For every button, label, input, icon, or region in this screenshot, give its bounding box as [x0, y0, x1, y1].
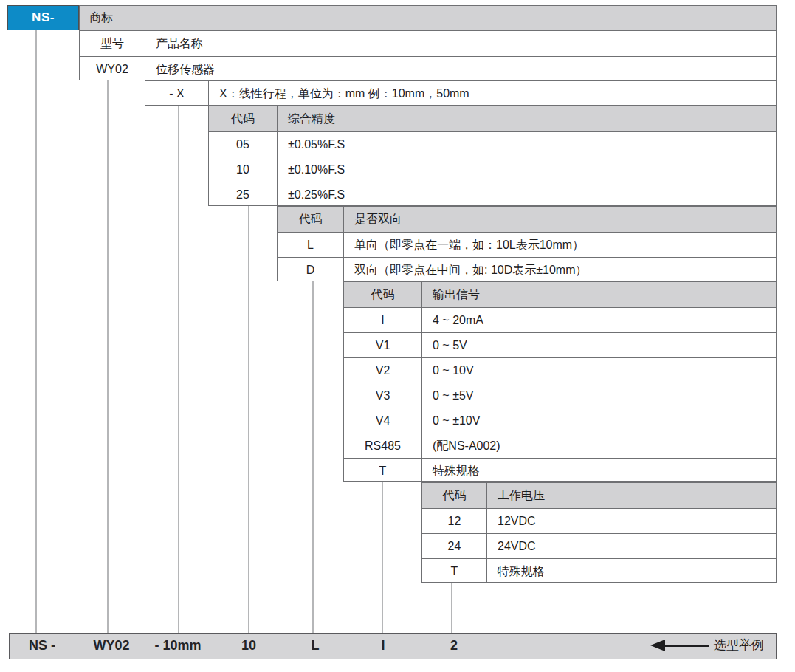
- table-row: 25 ±0.25%F.S: [209, 182, 776, 207]
- direction-table: 代码 是否双向 L 单向（即零点在一端，如：10L表示10mm） D 双向（即零…: [277, 206, 777, 281]
- code-header-cell: 代码: [209, 106, 278, 131]
- connector-line-accuracy: [248, 206, 249, 634]
- direction-header-cell: 是否双向: [344, 207, 776, 232]
- table-row: 24 24VDC: [422, 533, 776, 558]
- code-cell: RS485: [344, 433, 422, 458]
- accuracy-header-cell: 综合精度: [278, 106, 776, 131]
- stroke-table: - X X：线性行程，单位为：mm 例：10mm，50mm: [145, 80, 777, 106]
- accuracy-header-row: 代码 综合精度: [209, 106, 776, 131]
- code-cell: L: [278, 233, 344, 257]
- example-segment: NS -: [29, 634, 55, 657]
- model-header-cell: 型号: [80, 31, 145, 56]
- ordering-guide-page: NS- 商标 型号 产品名称 WY02 位移传感器 - X X：线性行程，单位为…: [0, 0, 795, 672]
- code-cell: V3: [344, 383, 422, 408]
- code-header-cell: 代码: [422, 483, 487, 508]
- connector-line-model: [107, 80, 109, 634]
- example-segment: WY02: [93, 634, 129, 657]
- table-row: V3 0 ~ ±5V: [344, 383, 776, 408]
- code-cell: V1: [344, 333, 422, 357]
- code-cell: T: [422, 559, 487, 583]
- value-cell: 0 ~ 5V: [422, 333, 776, 357]
- table-row: V2 0 ~ 10V: [344, 357, 776, 383]
- table-row: V4 0 ~ ±10V: [344, 408, 776, 433]
- value-cell: 12VDC: [487, 509, 776, 533]
- value-cell: 24VDC: [487, 534, 776, 558]
- output-signal-table: 代码 输出信号 I 4 ~ 20mA V1 0 ~ 5V V2 0 ~ 10V …: [343, 281, 777, 482]
- table-row: T 特殊规格: [344, 458, 776, 483]
- accuracy-table: 代码 综合精度 05 ±0.05%F.S 10 ±0.10%F.S 25 ±0.…: [208, 106, 777, 206]
- stroke-code-cell: - X: [145, 81, 209, 106]
- value-cell: 4 ~ 20mA: [422, 308, 776, 332]
- table-row: V1 0 ~ 5V: [344, 332, 776, 357]
- table-row: T 特殊规格: [422, 558, 776, 583]
- trademark-label: 商标: [80, 6, 776, 30]
- table-row: - X X：线性行程，单位为：mm 例：10mm，50mm: [145, 81, 776, 106]
- table-row: 10 ±0.10%F.S: [209, 157, 776, 182]
- example-caption: 选型举例: [714, 634, 764, 657]
- product-name-header-cell: 产品名称: [145, 31, 776, 56]
- connector-line-voltage: [451, 583, 452, 634]
- connector-line-output: [382, 482, 383, 634]
- connector-line-direction: [312, 281, 314, 634]
- code-cell: 05: [209, 132, 278, 157]
- voltage-table: 代码 工作电压 12 12VDC 24 24VDC T 特殊规格: [421, 482, 777, 583]
- connector-line-prefix: [35, 30, 37, 634]
- example-segment: 2: [450, 634, 458, 657]
- code-cell: T: [344, 459, 422, 483]
- value-cell: (配NS-A002): [422, 433, 776, 458]
- model-header-row: 型号 产品名称: [80, 31, 776, 56]
- example-segment: L: [312, 634, 320, 657]
- value-cell: 0 ~ ±5V: [422, 383, 776, 408]
- voltage-header-cell: 工作电压: [487, 483, 776, 508]
- connector-line-stroke: [178, 106, 179, 634]
- table-row: I 4 ~ 20mA: [344, 307, 776, 332]
- value-cell: ±0.25%F.S: [278, 182, 776, 207]
- output-header-row: 代码 输出信号: [344, 282, 776, 307]
- code-cell: D: [278, 258, 344, 282]
- model-value-cell: 位移传感器: [145, 57, 776, 81]
- table-row: RS485 (配NS-A002): [344, 433, 776, 458]
- example-segment: - 10mm: [154, 634, 201, 657]
- stroke-value-cell: X：线性行程，单位为：mm 例：10mm，50mm: [209, 81, 776, 106]
- value-cell: ±0.05%F.S: [278, 132, 776, 157]
- brand-prefix-box: NS-: [7, 5, 79, 30]
- table-row: D 双向（即零点在中间，如: 10D表示±10mm）: [278, 257, 776, 282]
- code-header-cell: 代码: [278, 207, 344, 232]
- table-row: 05 ±0.05%F.S: [209, 131, 776, 157]
- model-table: 型号 产品名称 WY02 位移传感器: [79, 30, 777, 80]
- direction-header-row: 代码 是否双向: [278, 207, 776, 232]
- code-cell: V2: [344, 358, 422, 383]
- output-header-cell: 输出信号: [422, 282, 776, 307]
- value-cell: 双向（即零点在中间，如: 10D表示±10mm）: [344, 258, 776, 282]
- code-header-cell: 代码: [344, 282, 422, 307]
- table-row: WY02 位移传感器: [80, 56, 776, 81]
- example-segment: I: [381, 634, 385, 657]
- model-code-cell: WY02: [80, 57, 145, 81]
- example-bar: NS - WY02 - 10mm 10 L I 2 选型举例: [9, 633, 777, 659]
- code-cell: 10: [209, 157, 278, 182]
- table-row: L 单向（即零点在一端，如：10L表示10mm）: [278, 232, 776, 257]
- code-cell: 25: [209, 182, 278, 207]
- value-cell: 特殊规格: [422, 459, 776, 483]
- value-cell: ±0.10%F.S: [278, 157, 776, 182]
- code-cell: 24: [422, 534, 487, 558]
- table-row: 12 12VDC: [422, 508, 776, 533]
- value-cell: 0 ~ ±10V: [422, 408, 776, 433]
- value-cell: 0 ~ 10V: [422, 358, 776, 383]
- trademark-table: 商标: [79, 5, 777, 30]
- code-cell: 12: [422, 509, 487, 533]
- code-cell: I: [344, 308, 422, 332]
- example-segment: 10: [241, 634, 256, 657]
- code-cell: V4: [344, 408, 422, 433]
- value-cell: 特殊规格: [487, 559, 776, 583]
- value-cell: 单向（即零点在一端，如：10L表示10mm）: [344, 233, 776, 257]
- voltage-header-row: 代码 工作电压: [422, 483, 776, 508]
